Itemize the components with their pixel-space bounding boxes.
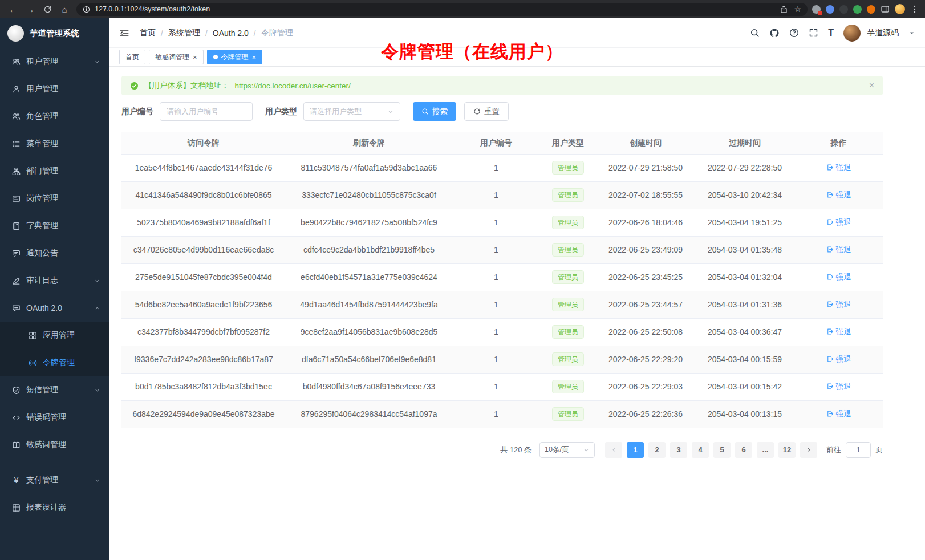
sidebar-item-post-mgmt[interactable]: 岗位管理 [0, 185, 109, 212]
extension-icon[interactable] [812, 5, 821, 14]
user-id-cell: 1 [452, 263, 540, 291]
fullscreen-icon[interactable] [809, 28, 818, 38]
browser-forward-icon[interactable]: → [23, 2, 38, 17]
force-logout-button[interactable]: 强退 [826, 163, 851, 173]
github-icon[interactable] [769, 28, 780, 38]
logo-image [7, 25, 24, 42]
sidebar-item-sensitive-word-mgmt[interactable]: 敏感词管理 [0, 431, 109, 458]
force-logout-button[interactable]: 强退 [826, 327, 851, 337]
sidebar-item-dict-mgmt[interactable]: 字典管理 [0, 212, 109, 240]
site-info-icon[interactable] [83, 6, 90, 13]
extension-icon[interactable] [853, 5, 862, 14]
user-type-badge: 管理员 [552, 216, 584, 229]
table-row: 54d6be82ee5a460a9aedc1f9bf223656 49d1aa4… [121, 291, 883, 318]
page-button-3[interactable]: 3 [670, 442, 687, 458]
page-button-6[interactable]: 6 [735, 442, 752, 458]
force-logout-button[interactable]: 强退 [826, 299, 851, 310]
created-time-cell: 2022-06-25 23:45:25 [596, 263, 695, 291]
yen-icon: ¥ [12, 476, 21, 485]
font-size-icon[interactable]: T [828, 29, 834, 38]
user-type-cell: 管理员 [540, 181, 596, 209]
user-type-cell: 管理员 [540, 291, 596, 318]
share-icon[interactable] [780, 5, 788, 14]
tab-close-icon[interactable]: × [252, 54, 257, 61]
sidebar-item-dept-mgmt[interactable]: 部门管理 [0, 157, 109, 185]
page-button-5[interactable]: 5 [713, 442, 731, 458]
force-logout-button[interactable]: 强退 [826, 217, 851, 228]
browser-home-icon[interactable]: ⌂ [57, 2, 72, 17]
sidebar-item-sms-mgmt[interactable]: 短信管理 [0, 376, 109, 404]
page-button-2[interactable]: 2 [648, 442, 666, 458]
refresh-token-cell: 8796295f04064c2983414cc54af1097a [286, 400, 452, 428]
sidebar-item-report-designer[interactable]: 报表设计器 [0, 494, 109, 521]
search-button[interactable]: 搜索 [413, 102, 456, 121]
expire-time-cell: 2054-03-04 01:35:48 [695, 236, 794, 263]
address-bar[interactable]: 127.0.0.1:1024/system/oauth2/token ☆ [76, 3, 808, 16]
action-cell: 强退 [794, 291, 883, 318]
sidebar-item-app-mgmt[interactable]: 应用管理 [0, 322, 109, 349]
table-row: 41c41346a548490f9dc8b01c6bfe0865 333ecfc… [121, 181, 883, 209]
user-type-select[interactable]: 请选择用户类型 [303, 102, 400, 121]
browser-reload-icon[interactable] [40, 2, 55, 17]
sidebar-item-oauth2[interactable]: OAuth 2.0 [0, 294, 109, 322]
page-size-select[interactable]: 10条/页 [539, 442, 595, 458]
extension-icon[interactable] [826, 5, 834, 14]
header-search-icon[interactable] [750, 28, 760, 38]
page-button-12[interactable]: 12 [778, 442, 796, 458]
sidebar-item-payment-mgmt[interactable]: ¥支付管理 [0, 466, 109, 494]
next-page-button[interactable] [800, 442, 817, 458]
force-logout-button[interactable]: 强退 [826, 354, 851, 364]
browser-profile-avatar[interactable] [895, 4, 905, 14]
alert-doc-link[interactable]: https://doc.iocoder.cn/user-center/ [235, 82, 351, 90]
sidebar-item-role-mgmt[interactable]: 角色管理 [0, 103, 109, 130]
reset-button[interactable]: 重置 [464, 102, 509, 121]
force-logout-button[interactable]: 强退 [826, 245, 851, 255]
user-avatar[interactable] [843, 25, 861, 42]
force-logout-button[interactable]: 强退 [826, 272, 851, 282]
tab-sensitive-word-mgmt[interactable]: 敏感词管理× [149, 50, 204, 64]
collapse-sidebar-icon[interactable] [119, 28, 129, 38]
user-type-cell: 管理员 [540, 400, 596, 428]
extension-icon[interactable] [839, 5, 848, 14]
token-signal-icon [29, 359, 37, 367]
breadcrumb-system-mgmt[interactable]: 系统管理 [168, 28, 200, 38]
user-id-input[interactable] [160, 102, 253, 121]
bookmark-star-icon[interactable]: ☆ [794, 5, 801, 14]
sidebar-item-user-mgmt[interactable]: 用户管理 [0, 75, 109, 103]
alert-close-icon[interactable]: × [869, 81, 874, 90]
tab-close-icon[interactable]: × [193, 54, 197, 61]
sidebar-item-notice-mgmt[interactable]: 通知公告 [0, 240, 109, 267]
force-logout-button[interactable]: 强退 [826, 190, 851, 200]
chevron-down-icon [94, 278, 100, 284]
action-cell: 强退 [794, 236, 883, 263]
extension-icon[interactable] [867, 5, 875, 14]
header-actions: T 芋道源码 [750, 25, 915, 42]
logout-icon [826, 355, 834, 363]
sidebar-item-error-code-mgmt[interactable]: 错误码管理 [0, 404, 109, 431]
sidebar-item-menu-mgmt[interactable]: 菜单管理 [0, 130, 109, 157]
side-panel-icon[interactable] [881, 5, 890, 14]
breadcrumb-oauth2[interactable]: OAuth 2.0 [213, 29, 249, 38]
goto-page-input[interactable] [846, 442, 871, 458]
sidebar-item-tenant-mgmt[interactable]: 租户管理 [0, 48, 109, 75]
sidebar-item-token-mgmt[interactable]: 令牌管理 [0, 349, 109, 376]
action-cell: 强退 [794, 181, 883, 209]
refresh-token-cell: b0df4980ffd34c67a08f9156e4eee733 [286, 373, 452, 400]
browser-menu-kebab-icon[interactable] [910, 5, 919, 14]
help-icon[interactable] [789, 28, 799, 38]
user-name[interactable]: 芋道源码 [867, 28, 899, 38]
tab-token-mgmt[interactable]: 令牌管理× [207, 50, 263, 64]
breadcrumb-home[interactable]: 首页 [140, 28, 156, 38]
prev-page-button[interactable] [605, 442, 622, 458]
sidebar-item-audit-log[interactable]: 审计日志 [0, 267, 109, 294]
force-logout-button[interactable]: 强退 [826, 382, 851, 392]
user-menu-caret-icon[interactable] [908, 30, 915, 36]
tab-home[interactable]: 首页 [119, 50, 145, 64]
col-user-id: 用户编号 [452, 132, 540, 154]
page-button-4[interactable]: 4 [692, 442, 709, 458]
more-pages-button[interactable]: ... [757, 442, 774, 458]
page-button-1[interactable]: 1 [627, 442, 644, 458]
browser-back-icon[interactable]: ← [6, 2, 21, 17]
force-logout-button[interactable]: 强退 [826, 409, 851, 419]
app-logo[interactable]: 芋道管理系统 [0, 18, 109, 48]
